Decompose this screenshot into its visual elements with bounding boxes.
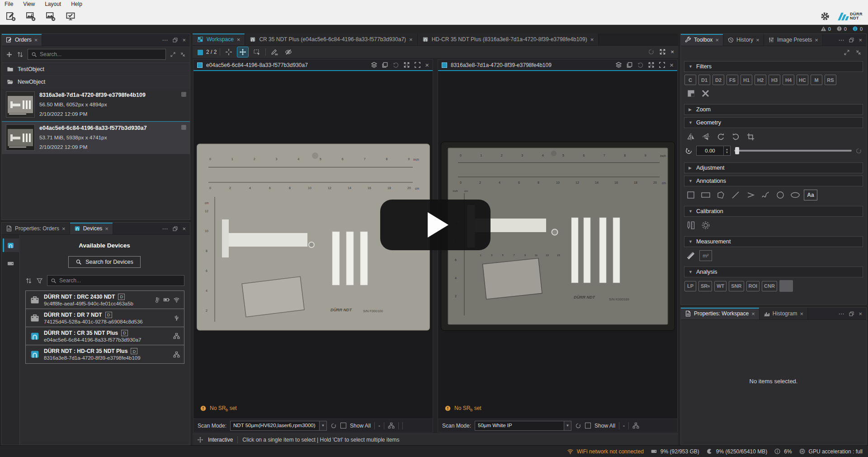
close-icon[interactable]: × bbox=[756, 37, 760, 43]
tab-orders[interactable]: Orders × bbox=[2, 34, 42, 46]
crosshair-tool[interactable] bbox=[223, 47, 234, 57]
scan-mode-select[interactable]: 50µm White IP ▼ bbox=[475, 421, 571, 431]
decrement-button[interactable]: - bbox=[378, 423, 380, 429]
filter-c-button[interactable]: C bbox=[684, 75, 696, 85]
popout-icon[interactable] bbox=[172, 37, 178, 43]
panel-menu-icon[interactable]: ⋯ bbox=[162, 37, 168, 43]
undo-icon[interactable] bbox=[392, 62, 399, 68]
tab-history[interactable]: History × bbox=[723, 34, 764, 46]
crop-button[interactable] bbox=[744, 131, 757, 143]
hide-annotations-tool[interactable] bbox=[283, 47, 294, 57]
length-calibration-button[interactable] bbox=[684, 219, 697, 231]
popout-icon[interactable] bbox=[172, 226, 178, 232]
layout-icon[interactable] bbox=[197, 49, 203, 55]
section-zoom[interactable]: ▶ Zoom bbox=[684, 104, 863, 115]
grid-view-icon[interactable] bbox=[181, 124, 187, 130]
close-icon[interactable]: × bbox=[815, 37, 818, 43]
expand-all-icon[interactable] bbox=[170, 52, 176, 57]
close-icon[interactable]: × bbox=[670, 49, 674, 55]
device-row-drc2430[interactable]: DÜRR NDT : DRC 2430 NDTD 9c4ff8fe-aeaf-4… bbox=[26, 291, 184, 309]
close-panel-icon[interactable]: × bbox=[182, 37, 186, 43]
section-annotations[interactable]: ▼ Annotations bbox=[684, 176, 863, 186]
section-measurement[interactable]: ▼ Measurement bbox=[684, 236, 863, 247]
undo-icon[interactable] bbox=[637, 62, 644, 68]
fit-frame-icon[interactable] bbox=[659, 62, 665, 68]
menu-layout[interactable]: Layout bbox=[45, 1, 61, 7]
polygon-annotation-button[interactable] bbox=[714, 189, 727, 201]
refresh-icon[interactable] bbox=[648, 48, 655, 55]
wifi-status[interactable]: WiFi network not connected bbox=[567, 448, 644, 455]
tab-properties-orders[interactable]: Properties: Orders × bbox=[2, 223, 70, 234]
viewer-2-header[interactable]: 8316a3e8-7d1a-4720-8f39-e3798fe4b109 × bbox=[438, 60, 677, 71]
filter-fs-button[interactable]: FS bbox=[726, 75, 738, 85]
filter-h1-button[interactable]: H1 bbox=[741, 75, 752, 85]
close-icon[interactable]: × bbox=[590, 37, 594, 43]
spinner-arrows[interactable]: ▲▼ bbox=[723, 146, 730, 155]
rotate-ccw-button[interactable] bbox=[729, 131, 742, 143]
circle-annotation-button[interactable] bbox=[774, 189, 787, 201]
viewer-1-header[interactable]: e04ac5e6-6c84-4196-8a33-f577b3d930a7 × bbox=[193, 60, 433, 71]
folder-newobject[interactable]: NewObject bbox=[2, 76, 190, 88]
close-icon[interactable]: × bbox=[409, 37, 413, 43]
close-icon[interactable]: × bbox=[670, 62, 674, 68]
filter-d1-button[interactable]: D1 bbox=[698, 75, 710, 85]
devices-search-input[interactable] bbox=[59, 277, 181, 284]
popout-icon[interactable] bbox=[849, 37, 854, 43]
tab-histogram[interactable]: Histogram × bbox=[760, 308, 808, 319]
folder-testobject[interactable]: TestObject bbox=[2, 63, 190, 76]
close-icon[interactable]: × bbox=[34, 37, 38, 43]
orders-search-input[interactable] bbox=[40, 51, 162, 57]
show-all-checkbox[interactable] bbox=[585, 423, 591, 428]
device-row-dr7[interactable]: DÜRR NDT : DR 7 NDTD 74125d45-528a-401c-… bbox=[26, 309, 184, 327]
close-panel-icon[interactable]: × bbox=[182, 226, 186, 232]
sort-icon[interactable] bbox=[17, 51, 24, 58]
panel-menu-icon[interactable]: ⋯ bbox=[838, 37, 844, 43]
scan-mode-select[interactable]: NDT 50µm(HV620,laser6,rpm3000) ▼ bbox=[230, 421, 327, 431]
flip-horizontal-button[interactable] bbox=[684, 131, 697, 143]
add-order-icon[interactable] bbox=[6, 51, 13, 58]
menu-help[interactable]: Help bbox=[71, 1, 82, 7]
refresh-icon[interactable] bbox=[575, 423, 581, 429]
error-counter[interactable]: 0 bbox=[836, 26, 847, 32]
tab-workspace[interactable]: Workspace × bbox=[193, 33, 245, 45]
section-adjustment[interactable]: ▶ Adjustment bbox=[684, 162, 863, 173]
square-annotation-button[interactable] bbox=[684, 189, 697, 201]
step-wedge-analysis-button[interactable] bbox=[779, 280, 793, 292]
warning-counter[interactable]: 0 bbox=[821, 26, 831, 32]
network-icon[interactable] bbox=[388, 422, 395, 429]
settings-button[interactable] bbox=[818, 10, 832, 23]
reset-rotation-icon[interactable] bbox=[855, 148, 862, 154]
category-scanners[interactable] bbox=[3, 238, 19, 252]
text-annotation-button[interactable]: Aa bbox=[804, 190, 817, 200]
close-icon[interactable]: × bbox=[62, 226, 66, 232]
tab-cr35[interactable]: CR 35 NDT Plus (e04ac5e6-6c84-4196-8a33-… bbox=[245, 33, 417, 45]
gallery-icon[interactable] bbox=[626, 62, 633, 68]
distance-measurement-button[interactable] bbox=[684, 250, 697, 262]
category-detectors[interactable] bbox=[3, 257, 19, 270]
remove-filter-button[interactable] bbox=[699, 87, 712, 99]
filter-h3-button[interactable]: H3 bbox=[769, 75, 780, 85]
close-icon[interactable]: × bbox=[715, 37, 719, 43]
decrement-button[interactable]: - bbox=[623, 423, 625, 429]
expand-icon[interactable] bbox=[659, 48, 666, 55]
close-icon[interactable]: × bbox=[105, 226, 108, 232]
free-rotation-icon[interactable] bbox=[685, 147, 693, 155]
expand-all-sections-icon[interactable] bbox=[844, 49, 850, 56]
popout-icon[interactable] bbox=[849, 311, 854, 317]
device-row-hdcr35[interactable]: DÜRR NDT : HD-CR 35 NDT PlusD 8316a3e8-7… bbox=[26, 345, 184, 363]
custom-filter-button[interactable] bbox=[684, 87, 697, 99]
pan-tool[interactable] bbox=[237, 47, 248, 57]
tab-devices[interactable]: Devices × bbox=[70, 223, 113, 234]
filter-h2-button[interactable]: H2 bbox=[755, 75, 766, 85]
expand-icon[interactable] bbox=[648, 62, 655, 68]
export-images-button[interactable] bbox=[43, 10, 58, 23]
collapse-all-sections-icon[interactable] bbox=[855, 49, 862, 56]
filter-rs-button[interactable]: RS bbox=[825, 75, 836, 85]
annotation-visibility-tool[interactable] bbox=[269, 47, 280, 57]
sort-icon[interactable] bbox=[25, 277, 32, 284]
filter-icon[interactable] bbox=[36, 277, 43, 284]
flip-vertical-button[interactable] bbox=[699, 131, 712, 143]
close-panel-icon[interactable]: × bbox=[859, 311, 862, 317]
expand-icon[interactable] bbox=[403, 62, 410, 68]
section-calibration[interactable]: ▼ Calibration bbox=[684, 206, 863, 217]
